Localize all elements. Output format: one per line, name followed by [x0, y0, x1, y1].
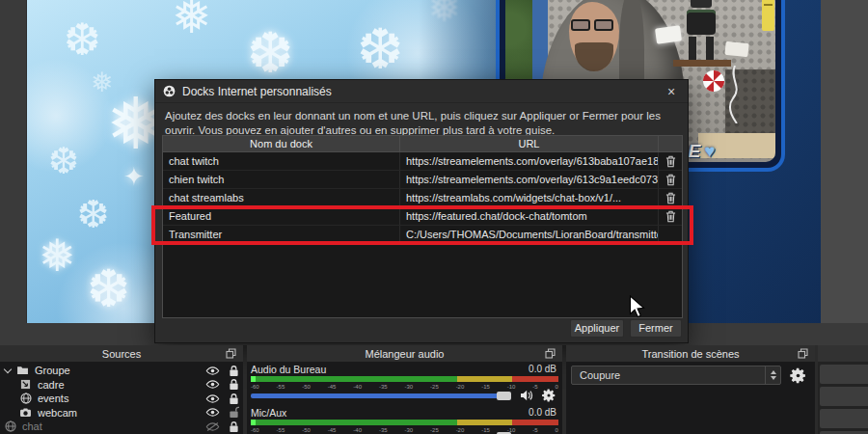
dialog-titlebar[interactable]: Docks Internet personnalisés ×	[155, 80, 688, 103]
lock-open-icon[interactable]	[229, 406, 239, 419]
column-header-url: URL	[400, 136, 659, 151]
yellow-sticker	[762, 0, 774, 31]
folder-icon	[16, 366, 29, 375]
lock-icon[interactable]	[229, 378, 239, 391]
obs-logo-icon	[163, 85, 176, 97]
globe-icon	[19, 393, 32, 404]
lock-icon[interactable]	[229, 365, 239, 377]
sparkle-icon	[123, 164, 145, 189]
dialog-title: Docks Internet personnalisés	[182, 85, 656, 98]
snowflake-icon	[357, 21, 404, 77]
transition-spinner[interactable]	[765, 366, 780, 384]
heart-icon: ♥	[704, 141, 716, 161]
snowflake-icon	[87, 262, 130, 314]
studio-light	[724, 41, 748, 57]
sources-panel: Sources Groupe cadre events	[0, 345, 243, 434]
volume-slider[interactable]	[251, 393, 510, 398]
spinner-down-icon	[771, 376, 776, 380]
transitions-panel-header[interactable]: Transition de scènes	[566, 345, 815, 362]
eye-icon[interactable]	[205, 408, 220, 417]
obs-window: SE♥ Docks Internet personnalisés × Ajout…	[0, 0, 868, 434]
window-right-margin	[821, 0, 868, 323]
trash-icon	[665, 174, 676, 186]
dock-popout-icon[interactable]	[545, 348, 556, 359]
apply-button[interactable]: Appliquer	[570, 319, 624, 338]
scene-transitions-panel: Transition de scènes Coupure	[566, 345, 815, 434]
volume-slider-handle[interactable]	[497, 392, 511, 400]
control-button[interactable]	[820, 387, 868, 406]
window-left-margin	[0, 0, 27, 323]
meter-scale: -60-55-50-45-40-35-30-25-20-15-10-50	[251, 427, 558, 433]
table-row[interactable]: chat twitch https://streamelements.com/o…	[163, 152, 682, 171]
dock-url-cell[interactable]: https://streamlabs.com/widgets/chat-box/…	[400, 189, 659, 206]
eye-icon[interactable]	[205, 394, 220, 403]
sources-panel-title: Sources	[102, 348, 141, 360]
dock-url-cell[interactable]: https://streamelements.com/overlay/613c9…	[400, 171, 659, 188]
chevron-down-icon[interactable]	[4, 366, 12, 373]
channel-name: Mic/Aux	[251, 407, 286, 419]
eye-icon[interactable]	[205, 380, 220, 389]
controls-panel	[818, 345, 868, 434]
control-button[interactable]	[820, 409, 868, 428]
dock-popout-icon[interactable]	[226, 348, 236, 359]
transition-select[interactable]: Coupure	[571, 366, 781, 385]
crop-arrow-icon	[19, 379, 32, 390]
sources-panel-header[interactable]: Sources	[0, 345, 243, 362]
lock-icon[interactable]	[229, 420, 239, 433]
eye-off-icon[interactable]	[205, 422, 220, 431]
dock-name-cell[interactable]: chien twitch	[163, 171, 400, 188]
dock-name-cell[interactable]: chat streamlabs	[163, 189, 400, 206]
snowflake-icon	[77, 195, 110, 233]
channel-db: 0.0 dB	[529, 364, 556, 374]
table-row[interactable]: chien twitch https://streamelements.com/…	[163, 171, 682, 189]
delete-dock-button[interactable]	[659, 192, 682, 204]
source-row-chat[interactable]: chat	[0, 420, 243, 434]
trash-icon	[665, 192, 676, 204]
spinner-up-icon	[771, 370, 776, 374]
transition-selected-value: Coupure	[572, 369, 765, 381]
snowflake-icon	[172, 0, 212, 41]
delete-dock-button[interactable]	[659, 155, 682, 168]
delete-dock-button[interactable]	[659, 174, 682, 186]
snowflake-icon	[247, 25, 294, 81]
dock-popout-icon[interactable]	[798, 348, 808, 359]
controls-panel-header[interactable]	[818, 345, 868, 362]
dock-url-cell[interactable]: https://streamelements.com/overlay/613ba…	[400, 152, 659, 170]
mouse-cursor	[629, 295, 646, 320]
cable	[716, 66, 754, 123]
meter-scale: -60-55-50-45-40-35-30-25-20-15-10-50	[251, 384, 558, 390]
source-row-cadre[interactable]: cadre	[0, 378, 243, 393]
lock-icon[interactable]	[229, 393, 239, 405]
red-highlight-annotation	[151, 205, 693, 245]
channel-name: Audio du Bureau	[251, 364, 326, 375]
column-header-delete	[659, 136, 682, 151]
control-button[interactable]	[820, 365, 868, 384]
source-row-events[interactable]: events	[0, 392, 243, 406]
close-icon[interactable]: ×	[663, 84, 680, 99]
volume-meter	[251, 420, 558, 425]
transitions-panel-title: Transition de scènes	[641, 348, 739, 360]
person-glasses	[569, 19, 617, 31]
table-header: Nom du dock URL	[163, 136, 682, 152]
snowflake-icon	[64, 17, 101, 62]
gear-icon[interactable]	[789, 366, 807, 385]
column-header-name: Nom du dock	[163, 136, 400, 151]
gear-icon[interactable]	[541, 388, 556, 403]
camera-icon	[19, 408, 32, 418]
dialog-description: Ajoutez des docks en leur donnant un nom…	[165, 109, 682, 138]
volume-meter	[251, 376, 558, 382]
source-row-webcam[interactable]: webcam	[0, 406, 243, 420]
speaker-icon[interactable]	[520, 390, 533, 401]
mixer-panel-header[interactable]: Mélangeur audio	[247, 345, 562, 362]
trash-icon	[665, 155, 676, 168]
mixer-panel-title: Mélangeur audio	[366, 348, 445, 360]
globe-icon	[4, 420, 16, 432]
dock-name-cell[interactable]: chat twitch	[163, 152, 400, 170]
close-button[interactable]: Fermer	[630, 319, 682, 338]
eye-icon[interactable]	[205, 366, 220, 375]
robot-figure	[681, 0, 723, 62]
snowflake-icon	[48, 143, 79, 179]
source-row-groupe[interactable]: Groupe	[0, 364, 243, 378]
dialog-footer: Appliquer Fermer	[155, 316, 688, 342]
audio-mixer-panel: Mélangeur audio Audio du Bureau 0.0 dB -…	[247, 345, 562, 434]
